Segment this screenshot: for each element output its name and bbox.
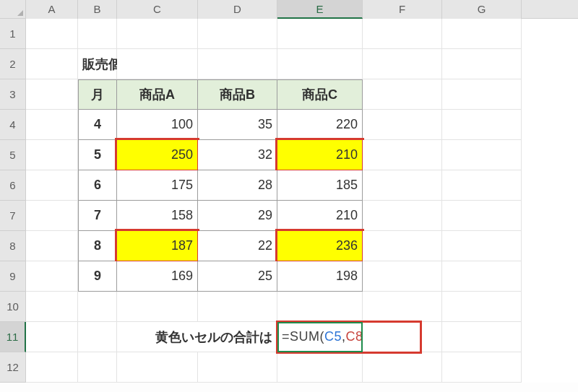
cell-B11[interactable] xyxy=(78,322,117,352)
cell-F4[interactable] xyxy=(363,110,442,140)
cell-F7[interactable] xyxy=(363,201,442,231)
cell-A9[interactable] xyxy=(26,261,78,292)
cell-A5[interactable] xyxy=(26,140,78,170)
cell-G8[interactable] xyxy=(442,231,522,261)
cell-A8[interactable] xyxy=(26,231,78,261)
cell-CD11-label[interactable]: 黄色いセルの合計は xyxy=(117,322,277,352)
cell-B12[interactable] xyxy=(78,352,117,383)
cell-B6[interactable]: 6 xyxy=(78,170,117,201)
cell-B1[interactable] xyxy=(78,19,117,49)
row-header-10[interactable]: 10 xyxy=(0,292,26,322)
cell-F2[interactable] xyxy=(363,49,442,79)
cell-F6[interactable] xyxy=(363,170,442,201)
cell-D5[interactable]: 32 xyxy=(198,140,277,170)
row-header-9[interactable]: 9 xyxy=(0,261,26,292)
cell-B10[interactable] xyxy=(78,292,117,322)
cell-C7[interactable]: 158 xyxy=(117,201,198,231)
col-header-F[interactable]: F xyxy=(363,0,442,19)
cell-E10[interactable] xyxy=(277,292,363,322)
cell-A6[interactable] xyxy=(26,170,78,201)
cell-B9[interactable]: 9 xyxy=(78,261,117,292)
cell-A10[interactable] xyxy=(26,292,78,322)
cell-G11[interactable] xyxy=(442,322,522,352)
cell-A1[interactable] xyxy=(26,19,78,49)
cell-C9[interactable]: 169 xyxy=(117,261,198,292)
cell-C8[interactable]: 187 xyxy=(117,231,198,261)
cell-E11-formula[interactable]: =SUM(C5,C8,E5,E8) xyxy=(277,322,363,352)
cell-A2[interactable] xyxy=(26,49,78,79)
cell-A7[interactable] xyxy=(26,201,78,231)
cell-G1[interactable] xyxy=(442,19,522,49)
cell-D7[interactable]: 29 xyxy=(198,201,277,231)
cell-F11[interactable] xyxy=(363,322,442,352)
cell-A4[interactable] xyxy=(26,110,78,140)
cell-D10[interactable] xyxy=(198,292,277,322)
cell-E9[interactable]: 198 xyxy=(277,261,363,292)
cell-G9[interactable] xyxy=(442,261,522,292)
cell-F9[interactable] xyxy=(363,261,442,292)
row-header-7[interactable]: 7 xyxy=(0,201,26,231)
cell-G3[interactable] xyxy=(442,79,522,110)
cell-D6[interactable]: 28 xyxy=(198,170,277,201)
cell-C3-header-prodA[interactable]: 商品A xyxy=(117,79,198,110)
cell-A3[interactable] xyxy=(26,79,78,110)
col-header-B[interactable]: B xyxy=(78,0,117,19)
cell-D1[interactable] xyxy=(198,19,277,49)
cell-E2[interactable] xyxy=(277,49,363,79)
row-header-5[interactable]: 5 xyxy=(0,140,26,170)
cell-B5[interactable]: 5 xyxy=(78,140,117,170)
row-header-1[interactable]: 1 xyxy=(0,19,26,49)
cell-E4[interactable]: 220 xyxy=(277,110,363,140)
cell-F10[interactable] xyxy=(363,292,442,322)
cell-D3-header-prodB[interactable]: 商品B xyxy=(198,79,277,110)
cell-D9[interactable]: 25 xyxy=(198,261,277,292)
cell-G12[interactable] xyxy=(442,352,522,383)
col-header-A[interactable]: A xyxy=(26,0,78,19)
spreadsheet[interactable]: A B C D E F G 1 2 販売個数 xyxy=(0,0,578,383)
row-header-6[interactable]: 6 xyxy=(0,170,26,201)
col-header-G[interactable]: G xyxy=(442,0,522,19)
cell-B2-title[interactable]: 販売個数 xyxy=(78,49,117,79)
col-header-D[interactable]: D xyxy=(198,0,277,19)
cell-E8[interactable]: 236 xyxy=(277,231,363,261)
cell-E7[interactable]: 210 xyxy=(277,201,363,231)
row-header-11[interactable]: 11 xyxy=(0,322,26,352)
cell-C12[interactable] xyxy=(117,352,198,383)
row-header-3[interactable]: 3 xyxy=(0,79,26,110)
row-header-12[interactable]: 12 xyxy=(0,352,26,383)
cell-C4[interactable]: 100 xyxy=(117,110,198,140)
cell-G6[interactable] xyxy=(442,170,522,201)
cell-E5[interactable]: 210 xyxy=(277,140,363,170)
cell-C10[interactable] xyxy=(117,292,198,322)
cell-B3-header-month[interactable]: 月 xyxy=(78,79,117,110)
cell-C2[interactable] xyxy=(117,49,198,79)
cell-D4[interactable]: 35 xyxy=(198,110,277,140)
cell-D8[interactable]: 22 xyxy=(198,231,277,261)
cell-E12[interactable] xyxy=(277,352,363,383)
col-header-C[interactable]: C xyxy=(117,0,198,19)
cell-C6[interactable]: 175 xyxy=(117,170,198,201)
cell-G4[interactable] xyxy=(442,110,522,140)
select-all-corner[interactable] xyxy=(0,0,26,19)
cell-D12[interactable] xyxy=(198,352,277,383)
cell-E1[interactable] xyxy=(277,19,363,49)
cell-C1[interactable] xyxy=(117,19,198,49)
row-header-4[interactable]: 4 xyxy=(0,110,26,140)
col-header-E[interactable]: E xyxy=(277,0,363,19)
cell-G2[interactable] xyxy=(442,49,522,79)
cell-G7[interactable] xyxy=(442,201,522,231)
cell-A12[interactable] xyxy=(26,352,78,383)
cell-B7[interactable]: 7 xyxy=(78,201,117,231)
cell-G10[interactable] xyxy=(442,292,522,322)
cell-C5[interactable]: 250 xyxy=(117,140,198,170)
cell-F5[interactable] xyxy=(363,140,442,170)
cell-G5[interactable] xyxy=(442,140,522,170)
cell-D2[interactable] xyxy=(198,49,277,79)
cell-E3-header-prodC[interactable]: 商品C xyxy=(277,79,363,110)
cell-F8[interactable] xyxy=(363,231,442,261)
row-header-2[interactable]: 2 xyxy=(0,49,26,79)
cell-B4[interactable]: 4 xyxy=(78,110,117,140)
cell-F1[interactable] xyxy=(363,19,442,49)
cell-F3[interactable] xyxy=(363,79,442,110)
cell-E6[interactable]: 185 xyxy=(277,170,363,201)
